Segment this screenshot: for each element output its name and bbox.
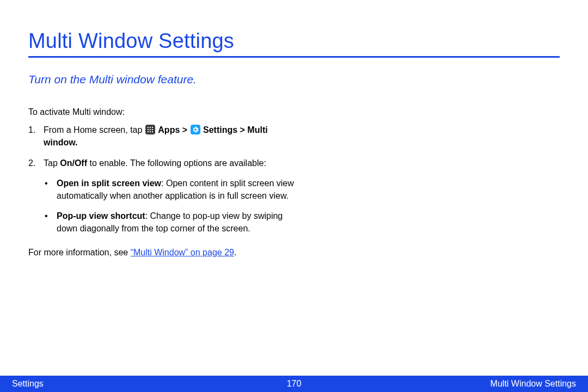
more-info: For more information, see “Multi Window”… bbox=[28, 246, 295, 259]
option-label: Pop-up view shortcut bbox=[57, 211, 145, 220]
settings-label: Settings bbox=[203, 125, 237, 134]
sep2: > bbox=[237, 125, 247, 134]
apps-icon bbox=[145, 125, 155, 134]
settings-gear-icon bbox=[191, 125, 200, 134]
page-title: Multi Window Settings bbox=[28, 29, 560, 53]
page-subtitle: Turn on the Multi window feature. bbox=[28, 73, 560, 86]
step-1: From a Home screen, tap Apps > Settings … bbox=[28, 124, 295, 149]
options-list: Open in split screen view: Open content … bbox=[44, 177, 295, 235]
step-2: Tap On/Off to enable. The following opti… bbox=[28, 157, 295, 235]
intro-text: To activate Multi window: bbox=[28, 106, 295, 118]
footer-left: Settings bbox=[12, 379, 44, 389]
step2-suffix: to enable. The following options are ava… bbox=[87, 158, 266, 168]
page-footer: Settings 170 Multi Window Settings bbox=[0, 376, 588, 392]
step1-prefix: From a Home screen, tap bbox=[44, 125, 145, 134]
step2-prefix: Tap bbox=[44, 158, 60, 168]
body-content: To activate Multi window: From a Home sc… bbox=[28, 106, 295, 259]
more-info-prefix: For more information, see bbox=[28, 248, 131, 257]
more-info-suffix: . bbox=[234, 248, 236, 257]
option-split-screen: Open in split screen view: Open content … bbox=[44, 177, 295, 202]
sep1: > bbox=[180, 125, 189, 134]
footer-right: Multi Window Settings bbox=[491, 379, 576, 389]
multi-window-link[interactable]: “Multi Window” on page 29 bbox=[131, 248, 234, 257]
option-label: Open in split screen view bbox=[57, 179, 161, 188]
step-list: From a Home screen, tap Apps > Settings … bbox=[28, 124, 295, 235]
title-rule bbox=[28, 56, 560, 58]
apps-label: Apps bbox=[158, 125, 180, 134]
footer-page-number: 170 bbox=[287, 379, 302, 389]
option-popup-shortcut: Pop-up view shortcut: Change to pop-up v… bbox=[44, 210, 295, 235]
onoff-label: On/Off bbox=[60, 158, 87, 168]
